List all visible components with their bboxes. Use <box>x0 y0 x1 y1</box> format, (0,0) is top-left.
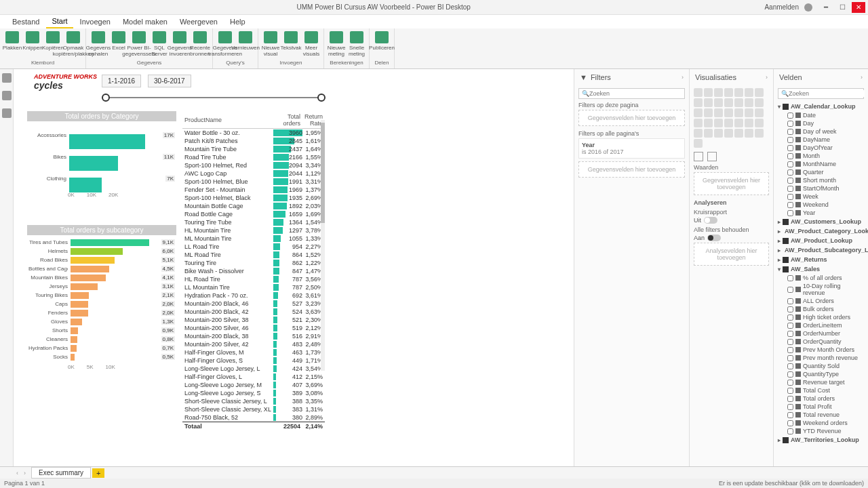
keepfilters-toggle[interactable]: Aan <box>694 235 769 241</box>
collapse-icon[interactable]: › <box>682 74 684 81</box>
bar[interactable]: Helmets6,0K <box>28 247 175 256</box>
field-node[interactable]: 10-Day rolling revenue <box>778 282 864 297</box>
slider-handle-right[interactable] <box>317 94 326 102</box>
ribbon-button[interactable]: Nieuwe visual <box>261 30 280 60</box>
field-node[interactable]: Week <box>778 192 864 201</box>
table-row[interactable]: Mountain-200 Silver, 385212,30% <box>182 316 325 324</box>
field-node[interactable]: Weekend <box>778 201 864 209</box>
minimize-icon[interactable]: ━ <box>819 2 833 13</box>
table-row[interactable]: Half-Finger Gloves, M4631,73% <box>182 348 325 357</box>
ribbon-button[interactable]: Power BI-gegevenssets <box>130 30 149 60</box>
table-row[interactable]: Patch Kit/8 Patches28451,61% <box>182 137 325 145</box>
field-node[interactable]: Total revenue <box>778 411 864 419</box>
table-row[interactable]: HL Mountain Tire12973,78% <box>182 226 325 235</box>
table-row[interactable]: Mountain-200 Silver, 424832,48% <box>182 340 325 348</box>
field-node[interactable]: Day of week <box>778 127 864 136</box>
table-row[interactable]: Mountain-200 Black, 465273,23% <box>182 300 325 308</box>
status-right[interactable]: Er is een update beschikbaar (klik om te… <box>719 480 864 487</box>
table-row[interactable]: Mountain Tire Tube24371,64% <box>182 145 325 153</box>
viz-type-icon[interactable] <box>724 98 733 107</box>
table-row[interactable]: LL Mountain Tire7872,50% <box>182 283 325 291</box>
viz-type-icon[interactable] <box>724 129 733 138</box>
viz-type-icon[interactable] <box>734 119 743 127</box>
viz-type-icon[interactable] <box>745 129 753 138</box>
table-row[interactable]: Sport-100 Helmet, Blue19913,31% <box>182 178 325 186</box>
field-node[interactable]: Prev month revenue <box>778 354 864 362</box>
bar[interactable]: Road Bikes5,1K <box>28 256 175 264</box>
field-node[interactable]: Month <box>778 152 864 160</box>
filters-search[interactable]: 🔍 <box>578 88 685 99</box>
table-node[interactable]: ▾AW_Sales <box>778 264 864 274</box>
field-node[interactable]: Quantity Sold <box>778 362 864 370</box>
table-row[interactable]: Water Bottle - 30 oz.39601,95% <box>182 129 325 138</box>
table-node[interactable]: ▸AW_Territories_Lookup <box>778 435 864 445</box>
viz-type-icon[interactable] <box>755 108 764 117</box>
ribbon-button[interactable]: Vernieuwen <box>236 30 255 60</box>
table-row[interactable]: Touring Tire Tube13641,54% <box>182 218 325 226</box>
format-tab-icon[interactable] <box>707 152 717 161</box>
table-row[interactable]: ML Road Tire8641,52% <box>182 251 325 259</box>
avatar-icon[interactable] <box>804 3 812 12</box>
table-row[interactable]: Long-Sleeve Logo Jersey, S3893,08% <box>182 389 325 397</box>
field-node[interactable]: Total Cost <box>778 386 864 394</box>
field-node[interactable]: Quarter <box>778 168 864 176</box>
field-node[interactable]: DayOfYear <box>778 144 864 152</box>
ribbon-button[interactable]: Gegevens invoeren <box>170 30 189 60</box>
viz-type-icon[interactable] <box>755 98 764 107</box>
date-start[interactable]: 1-1-2016 <box>102 75 141 87</box>
field-node[interactable]: % of all orders <box>778 274 864 282</box>
field-node[interactable]: OrderQuantity <box>778 338 864 346</box>
field-node[interactable]: Revenue target <box>778 378 864 386</box>
ribbon-button[interactable]: Opmaak kopiëren/plakken <box>64 30 83 60</box>
collapse-icon[interactable]: › <box>766 74 768 81</box>
filter-well[interactable]: Gegevensvelden hier toevoegen <box>578 110 685 126</box>
field-node[interactable]: Date <box>778 111 864 119</box>
viz-type-icon[interactable] <box>704 98 713 107</box>
field-node[interactable]: ALL Orders <box>778 297 864 305</box>
table-row[interactable]: Fender Set - Mountain19691,37% <box>182 186 325 194</box>
viz-type-icon[interactable] <box>694 119 703 127</box>
bar[interactable]: Fenders2,0K <box>28 308 175 317</box>
ribbon-button[interactable]: Snelle meting <box>347 30 366 60</box>
bar[interactable]: Socks0,5K <box>28 352 175 361</box>
subcategory-chart[interactable]: Total orders by subcategory Tires and Tu… <box>27 225 176 380</box>
ribbon-button[interactable]: SQL Server <box>150 30 169 60</box>
field-node[interactable]: DayName <box>778 136 864 144</box>
field-node[interactable]: Short month <box>778 176 864 184</box>
viz-type-icon[interactable] <box>755 129 764 138</box>
table-row[interactable]: AWC Logo Cap20441,12% <box>182 169 325 178</box>
viz-type-icon[interactable] <box>734 108 743 117</box>
viz-type-icon[interactable] <box>745 88 753 97</box>
ribbon-button[interactable]: Meer visuals <box>302 30 321 60</box>
viz-type-icon[interactable] <box>734 98 743 107</box>
table-node[interactable]: ▸AW_Returns <box>778 255 864 264</box>
ribbon-button[interactable]: Nieuwe meting <box>327 30 346 60</box>
model-view-icon[interactable] <box>2 108 12 118</box>
filter-well[interactable]: Gegevensvelden hier toevoegen <box>578 161 685 178</box>
bar[interactable]: Jerseys3,1K <box>28 282 175 291</box>
date-slicer[interactable]: 1-1-2016 30-6-2017 <box>102 75 326 105</box>
field-node[interactable]: Prev Month Orders <box>778 346 864 354</box>
viz-type-icon[interactable] <box>704 108 713 117</box>
viz-type-icon[interactable] <box>704 88 713 97</box>
viz-type-icon[interactable] <box>724 88 733 97</box>
ribbon-button[interactable]: Publiceren <box>372 30 391 60</box>
viz-type-icon[interactable] <box>694 108 703 117</box>
table-row[interactable]: Long-Sleeve Logo Jersey, M4073,69% <box>182 381 325 389</box>
table-row[interactable]: Mountain Bottle Cage18922,03% <box>182 202 325 210</box>
menu-tab[interactable]: Weergeven <box>174 16 223 28</box>
bar[interactable]: Hydration Packs0,7K <box>28 344 175 352</box>
table-node[interactable]: ▸AW_Product_Category_Lookup <box>778 226 864 236</box>
bar[interactable]: Touring Bikes2,1K <box>28 291 175 300</box>
viz-type-icon[interactable] <box>755 88 764 97</box>
field-node[interactable]: Day <box>778 119 864 127</box>
table-row[interactable]: Road Tire Tube21661,55% <box>182 153 325 161</box>
collapse-icon[interactable]: › <box>861 74 863 81</box>
table-row[interactable]: HL Road Tire7873,56% <box>182 275 325 283</box>
table-row[interactable]: Half-Finger Gloves, L4122,15% <box>182 373 325 381</box>
col-header[interactable]: Total orders <box>273 112 302 129</box>
viz-type-icon[interactable] <box>704 119 713 127</box>
crossreport-toggle[interactable]: Uit <box>694 217 769 224</box>
field-node[interactable]: Total Profit <box>778 403 864 411</box>
maximize-icon[interactable]: ☐ <box>835 2 849 13</box>
